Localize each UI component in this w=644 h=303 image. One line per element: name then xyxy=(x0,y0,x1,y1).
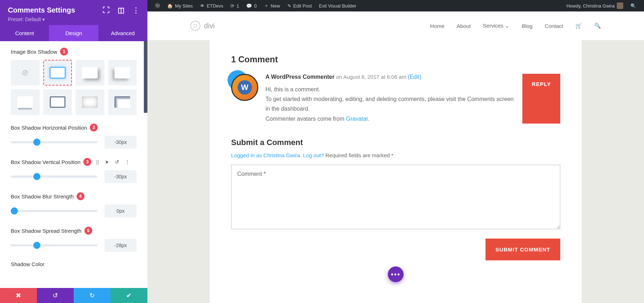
comments-module: 1 Comment W A WordPress Commenter on Aug… xyxy=(210,40,582,303)
nav-services[interactable]: Services ⌄ xyxy=(483,23,510,29)
phone-icon[interactable]: ▯ xyxy=(96,159,99,165)
user-avatar-icon xyxy=(617,3,623,9)
shadow-preset-2[interactable] xyxy=(75,60,104,86)
layout-icon[interactable]: ◫ xyxy=(118,6,125,14)
shadow-preset-grid: ⊘ xyxy=(11,60,137,115)
shadow-preset-4[interactable] xyxy=(11,89,40,115)
wp-logo-icon[interactable]: ⓦ xyxy=(152,3,164,9)
label-vert: Box Shadow Vertical Position xyxy=(11,159,80,165)
label-shadow-color: Shadow Color xyxy=(11,261,44,267)
label-horiz: Box Shadow Horizontal Position xyxy=(11,125,87,131)
logged-in-link[interactable]: Logged in as Christina Gwira xyxy=(231,152,300,158)
value-spread[interactable]: -28px xyxy=(104,239,137,252)
comment-author[interactable]: A WordPress Commenter xyxy=(265,74,335,80)
preset-dropdown[interactable]: Preset: Default ▾ xyxy=(8,16,140,22)
search-icon[interactable]: 🔍 xyxy=(627,3,640,9)
new-link[interactable]: ＋ New xyxy=(260,3,284,9)
submit-comment-button[interactable]: SUBMIT COMMENT xyxy=(486,239,560,260)
slider-spread[interactable] xyxy=(11,244,97,246)
comments-link[interactable]: 💬 0 xyxy=(243,3,260,9)
logo-icon: D xyxy=(190,21,200,31)
comment-edit-link[interactable]: (Edit) xyxy=(408,74,421,80)
preview-area: ⓦ 🏠 My Sites 👁 ETDevs ⟳ 1 💬 0 ＋ New ✎ Ed… xyxy=(147,0,644,303)
tab-advanced[interactable]: Advanced xyxy=(98,25,147,41)
badge-5: 5 xyxy=(84,227,92,235)
nav-home[interactable]: Home xyxy=(430,23,444,29)
form-heading: Submit a Comment xyxy=(231,138,560,147)
panel-body: Image Box Shadow 1 ⊘ Box Shadow Horizont… xyxy=(0,41,147,288)
slider-blur[interactable] xyxy=(11,210,97,212)
shadow-preset-1[interactable] xyxy=(43,60,72,86)
value-vert[interactable]: -30px xyxy=(104,170,137,183)
confirm-button[interactable]: ✔ xyxy=(111,288,147,303)
shadow-preset-3[interactable] xyxy=(108,60,137,86)
nav-contact[interactable]: Contact xyxy=(545,23,563,29)
gravatar-link[interactable]: Gravatar xyxy=(346,116,368,122)
cancel-button[interactable]: ✖ xyxy=(0,288,37,303)
reset-icon[interactable]: ↺ xyxy=(115,159,119,165)
slider-horiz[interactable] xyxy=(11,141,97,143)
panel-header: Comments Settings ⛶ ◫ ⋮ Preset: Default … xyxy=(0,0,147,25)
reply-button[interactable]: REPLY xyxy=(522,74,560,124)
label-blur: Box Shadow Blur Strength xyxy=(11,193,74,199)
wp-admin-bar: ⓦ 🏠 My Sites 👁 ETDevs ⟳ 1 💬 0 ＋ New ✎ Ed… xyxy=(147,0,644,11)
mysites-link[interactable]: 🏠 My Sites xyxy=(164,3,196,9)
label-image-box-shadow: Image Box Shadow xyxy=(11,49,57,55)
site-link[interactable]: 👁 ETDevs xyxy=(196,3,227,9)
settings-panel: Comments Settings ⛶ ◫ ⋮ Preset: Default … xyxy=(0,0,147,303)
badge-3: 3 xyxy=(83,158,91,166)
site-logo[interactable]: D divi xyxy=(190,21,215,31)
comment-date: on August 6, 2017 at 6:06 am xyxy=(336,74,408,80)
value-horiz[interactable]: -30px xyxy=(104,136,137,149)
shadow-preset-6[interactable] xyxy=(75,89,104,115)
panel-tabs: Content Design Advanced xyxy=(0,25,147,41)
panel-title: Comments Settings xyxy=(8,6,75,14)
nav-about[interactable]: About xyxy=(457,23,470,29)
badge-1: 1 xyxy=(60,48,68,56)
tab-content[interactable]: Content xyxy=(0,25,49,41)
page-content: 1 Comment W A WordPress Commenter on Aug… xyxy=(147,40,644,303)
slider-vert[interactable] xyxy=(11,175,97,178)
shadow-preset-7[interactable] xyxy=(108,89,137,115)
shadow-none[interactable]: ⊘ xyxy=(11,60,40,86)
tab-design[interactable]: Design xyxy=(49,25,98,41)
panel-footer: ✖ ↺ ↻ ✔ xyxy=(0,288,147,303)
value-blur[interactable]: 0px xyxy=(104,205,137,217)
site-header: D divi Home About Services ⌄ Blog Contac… xyxy=(147,11,644,40)
comment-text: Hi, this is a comment. To get started wi… xyxy=(265,85,515,124)
comment-item: W A WordPress Commenter on August 6, 201… xyxy=(231,74,560,124)
comment-avatar: W xyxy=(231,74,258,101)
badge-2: 2 xyxy=(90,124,98,131)
undo-button[interactable]: ↺ xyxy=(37,288,74,303)
shadow-preset-5[interactable] xyxy=(43,89,72,115)
logout-link[interactable]: Log out? xyxy=(303,152,324,158)
cursor-icon[interactable]: ➤ xyxy=(105,159,109,165)
updates-link[interactable]: ⟳ 1 xyxy=(227,3,243,9)
redo-button[interactable]: ↻ xyxy=(74,288,111,303)
nav-blog[interactable]: Blog xyxy=(522,23,532,29)
form-meta: Logged in as Christina Gwira. Log out? R… xyxy=(231,152,560,158)
expand-icon[interactable]: ⛶ xyxy=(103,6,110,14)
howdy-user[interactable]: Howdy, Christina Gwira xyxy=(563,3,627,9)
scrollbar[interactable] xyxy=(144,41,147,113)
badge-4: 4 xyxy=(77,192,84,200)
edit-post-link[interactable]: ✎ Edit Post xyxy=(284,3,316,9)
more-icon[interactable]: ⋮ xyxy=(132,6,140,14)
cart-icon[interactable]: 🛒 xyxy=(575,23,582,29)
main-nav: Home About Services ⌄ Blog Contact 🛒 🔍 xyxy=(430,23,601,29)
label-spread: Box Shadow Spread Strength xyxy=(11,228,82,234)
comments-heading: 1 Comment xyxy=(231,54,560,64)
exit-builder-link[interactable]: Exit Visual Builder xyxy=(316,3,360,9)
more-vert-icon[interactable]: ⋮ xyxy=(125,159,130,165)
builder-fab[interactable]: ••• xyxy=(388,266,404,282)
comment-textarea[interactable] xyxy=(231,165,560,229)
search-nav-icon[interactable]: 🔍 xyxy=(594,23,601,29)
chevron-down-icon: ⌄ xyxy=(505,23,509,29)
